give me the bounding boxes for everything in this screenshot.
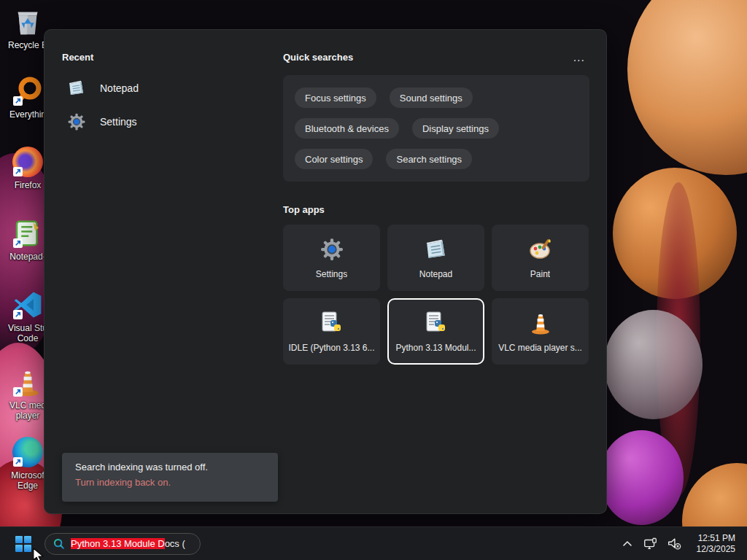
top-app-label: Paint <box>530 269 550 279</box>
settings-gear-icon <box>319 236 345 262</box>
selected-text: Python 3.13 Module D <box>71 538 165 549</box>
top-app-python-module-docs[interactable]: Python 3.13 Modul... <box>387 298 484 365</box>
indexing-notice: Search indexing was turned off. Turn ind… <box>62 453 278 502</box>
desktop-icon-label: Code <box>18 333 39 343</box>
top-app-label: IDLE (Python 3.13 6... <box>288 343 374 353</box>
recent-item-settings[interactable]: Settings <box>62 105 274 139</box>
volume-muted-icon[interactable] <box>665 533 684 555</box>
system-tray: 12:51 PM 12/3/2025 <box>618 532 747 556</box>
network-ethernet-icon[interactable] <box>641 533 660 555</box>
top-app-label: Settings <box>316 269 347 279</box>
top-apps-grid: Settings Notepad <box>283 225 589 365</box>
quick-search-display-settings[interactable]: Display settings <box>412 118 499 139</box>
indexing-notice-message: Search indexing was turned off. <box>75 462 265 472</box>
search-input-text[interactable]: Python 3.13 Module Docs ( <box>71 538 185 549</box>
windows-logo-icon <box>15 536 31 552</box>
more-options-icon[interactable]: ... <box>569 52 589 63</box>
shortcut-arrow-icon <box>13 96 23 106</box>
desktop-icon-label: Visual Stu <box>8 323 47 333</box>
desktop-icon-label: Everythin <box>9 109 46 120</box>
search-flyout-panel: Recent Notepad <box>44 29 607 514</box>
desktop-icon-label: player <box>16 411 40 421</box>
top-app-vlc-skinned[interactable]: VLC media player s... <box>492 298 589 365</box>
quick-search-focus-settings[interactable]: Focus settings <box>295 88 376 108</box>
recent-list: Notepad Set <box>62 71 274 139</box>
clock-date: 12/3/2025 <box>697 544 735 555</box>
pill-row: Bluetooth & devices Display settings <box>295 118 578 139</box>
pill-row: Focus settings Sound settings <box>295 88 578 108</box>
shortcut-arrow-icon <box>13 457 23 467</box>
clock-time: 12:51 PM <box>697 533 735 544</box>
start-button[interactable] <box>9 530 37 558</box>
quick-search-color-settings[interactable]: Color settings <box>295 149 373 169</box>
recent-item-notepad[interactable]: Notepad <box>62 71 274 105</box>
wallpaper-blob <box>600 430 684 525</box>
show-hidden-icons-chevron-icon[interactable] <box>618 533 637 555</box>
top-app-notepad[interactable]: Notepad <box>387 225 484 291</box>
turn-indexing-on-link[interactable]: Turn indexing back on. <box>75 477 265 488</box>
recent-item-label: Settings <box>100 116 137 128</box>
top-app-idle-python[interactable]: IDLE (Python 3.13 6... <box>283 298 380 365</box>
python-document-icon <box>319 310 345 336</box>
vscode-icon <box>12 289 44 321</box>
recent-title: Recent <box>62 52 274 63</box>
recent-item-label: Notepad <box>100 82 139 94</box>
taskbar: Python 3.13 Module Docs ( 12:51 PM 12/3/… <box>0 526 747 560</box>
edge-icon <box>12 436 44 468</box>
top-app-label: Notepad <box>419 269 452 279</box>
settings-gear-icon <box>66 112 87 132</box>
notepad-icon <box>66 78 87 98</box>
recycle-bin-icon <box>12 6 44 38</box>
right-column: Quick searches ... Focus settings Sound … <box>283 52 589 365</box>
desktop-icon-label: Notepad- <box>9 252 45 262</box>
desktop-icon-label: Microsof <box>11 470 44 481</box>
shortcut-arrow-icon <box>13 238 23 248</box>
quick-search-search-settings[interactable]: Search settings <box>386 149 472 169</box>
firefox-icon <box>12 146 44 178</box>
everything-search-icon <box>12 75 44 107</box>
paint-palette-icon <box>527 236 554 262</box>
quick-searches-header: Quick searches ... <box>283 52 589 63</box>
shortcut-arrow-icon <box>13 167 23 176</box>
top-app-settings[interactable]: Settings <box>283 225 380 291</box>
vlc-cone-icon <box>12 366 44 398</box>
python-document-icon <box>423 310 449 336</box>
quick-searches-title: Quick searches <box>283 52 353 63</box>
notepad-icon <box>423 236 449 262</box>
vlc-cone-icon <box>527 310 554 336</box>
wallpaper-blob <box>627 0 747 175</box>
quick-search-bluetooth-devices[interactable]: Bluetooth & devices <box>295 118 399 139</box>
taskbar-clock[interactable]: 12:51 PM 12/3/2025 <box>694 532 738 556</box>
wallpaper-blob <box>604 310 703 419</box>
recent-section: Recent Notepad <box>62 52 274 139</box>
search-magnifier-icon <box>53 537 65 550</box>
desktop-icon-label: Recycle B <box>8 40 47 50</box>
quick-searches-card: Focus settings Sound settings Bluetooth … <box>283 75 589 182</box>
notepad-plus-plus-icon <box>12 217 44 249</box>
top-app-label: VLC media player s... <box>498 343 582 353</box>
taskbar-search-box[interactable]: Python 3.13 Module Docs ( <box>44 533 201 555</box>
quick-search-sound-settings[interactable]: Sound settings <box>390 88 473 108</box>
top-apps-title: Top apps <box>283 204 589 215</box>
desktop-icon-label: Edge <box>18 481 38 491</box>
desktop-icon-label: Firefox <box>15 180 42 190</box>
shortcut-arrow-icon <box>13 387 23 397</box>
top-app-label: Python 3.13 Modul... <box>395 343 476 353</box>
top-app-paint[interactable]: Paint <box>492 225 589 291</box>
unselected-text: ocs ( <box>165 538 185 549</box>
shortcut-arrow-icon <box>13 310 23 319</box>
desktop-icon-label: VLC med <box>9 400 46 411</box>
pill-row: Color settings Search settings <box>295 149 578 169</box>
